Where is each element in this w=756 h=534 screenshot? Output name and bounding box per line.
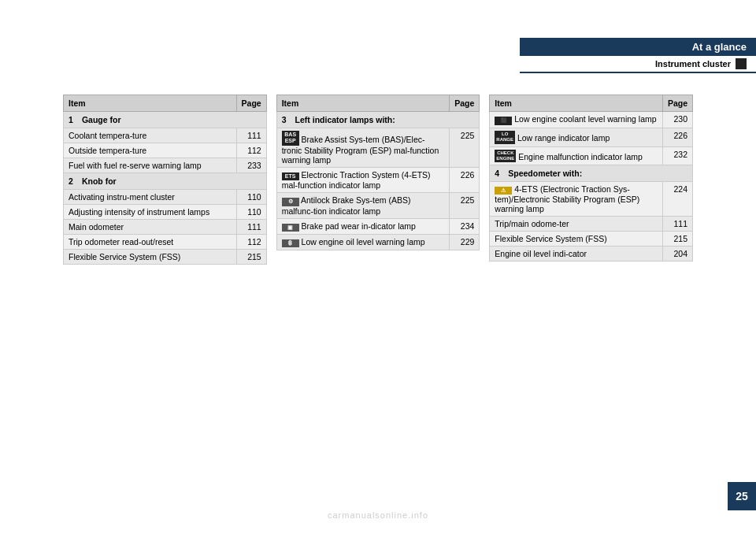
col-item-2: Item [276,95,450,112]
oil-level-icon: 🛢 [282,239,299,247]
table-section-3: Item Page ⬛ Low engine coolant level war… [489,95,693,265]
table-2: Item Page 3 Left indicator lamps with: B… [276,95,480,250]
item-low-range: LORANGE Low range indicator lamp [490,128,663,146]
table-row: Flexible Service System (FSS) 215 [64,250,267,265]
col-item-1: Item [64,95,237,112]
table-1: Item Page 1 Gauge for Coolant tempera-tu… [63,95,267,265]
item-4ets: ⚠ 4-ETS (Electronic Traction Sys-tem)/El… [490,181,663,216]
page-engine-oil: 204 [662,247,692,261]
bas-esp-icon: BASESP [282,131,299,146]
section-header-speedometer: 4 Speedometer with: [490,165,693,181]
page-number: 25 [728,482,756,510]
coolant-icon: ⬛ [495,117,512,125]
item-fuel: Fuel with fuel re-serve warning lamp [64,158,237,173]
item-engine-oil: Engine oil level indi-cator [490,247,663,261]
item-fss-2: Flexible Service System (FSS) [490,232,663,247]
page-fuel: 233 [236,158,266,173]
section-title-knob: 2 Knob for [64,173,267,190]
page-outside-temp: 112 [236,143,266,158]
header: At a glance Instrument cluster [520,38,756,73]
table-row: Fuel with fuel re-serve warning lamp 233 [64,158,267,173]
watermark: carmanualsonline.info [328,510,428,520]
table-row: Activating instru-ment cluster 110 [64,190,267,205]
check-engine-icon: CHECKENGINE [495,150,516,162]
page-activating: 110 [236,190,266,205]
page-coolant-temp: 111 [236,128,266,143]
item-oil-level: 🛢 Low engine oil level warning lamp [276,234,450,250]
item-trip-odometer: Trip odometer read-out/reset [64,235,237,250]
abs-icon: ⚙ [282,198,299,206]
item-trip-main: Trip/main odome-ter [490,217,663,232]
item-activating: Activating instru-ment cluster [64,190,237,205]
item-abs: ⚙ Antilock Brake Sys-tem (ABS) malfunc-t… [276,193,450,218]
table-row: Outside tempera-ture 112 [64,143,267,158]
table-row: BASESP Brake Assist Sys-tem (BAS)/Elec-t… [276,128,480,168]
page-4ets: 224 [662,181,692,216]
page-bas-esp: 225 [450,128,480,168]
item-fss-1: Flexible Service System (FSS) [64,250,237,265]
item-check-engine: CHECKENGINE Engine malfunction indicator… [490,146,663,165]
section-title-left-lamps: 3 Left indicator lamps with: [276,112,480,128]
section-header-gauge: 1 Gauge for [64,112,267,128]
page-fss-1: 215 [236,250,266,265]
page-coolant-level: 230 [662,112,692,128]
item-adjusting: Adjusting intensity of instrument lamps [64,205,237,220]
item-bas-esp: BASESP Brake Assist Sys-tem (BAS)/Elec-t… [276,128,450,168]
page-ets: 226 [450,167,480,192]
item-coolant-temp: Coolant tempera-ture [64,128,237,143]
table-row: ▣ Brake pad wear in-dicator lamp 234 [276,218,480,234]
table-row: LORANGE Low range indicator lamp 226 [490,128,693,146]
page-trip-odometer: 112 [236,235,266,250]
table-row: 🛢 Low engine oil level warning lamp 229 [276,234,480,250]
table-row: Flexible Service System (FSS) 215 [490,232,693,247]
table-row: Trip odometer read-out/reset 112 [64,235,267,250]
table-section-2: Item Page 3 Left indicator lamps with: B… [276,95,480,265]
table-row: Coolant tempera-ture 111 [64,128,267,143]
col-page-2: Page [450,95,480,112]
low-range-icon: LORANGE [495,131,515,143]
table-row: Adjusting intensity of instrument lamps … [64,205,267,220]
item-ets: ETS Electronic Traction System (4-ETS) m… [276,167,450,192]
page-brake-pad: 234 [450,218,480,234]
table-row: Main odometer 111 [64,220,267,235]
table-3: Item Page ⬛ Low engine coolant level war… [489,95,693,261]
brake-pad-icon: ▣ [282,224,299,232]
subtitle-icon [736,58,747,69]
page-main-odometer: 111 [236,220,266,235]
table-row: CHECKENGINE Engine malfunction indicator… [490,146,693,165]
table-row: ETS Electronic Traction System (4-ETS) m… [276,167,480,192]
table-row: Trip/main odome-ter 111 [490,217,693,232]
item-outside-temp: Outside tempera-ture [64,143,237,158]
section-title-speedometer: 4 Speedometer with: [490,165,693,181]
page-abs: 225 [450,193,480,218]
table-row: ⬛ Low engine coolant level warning lamp … [490,112,693,128]
subtitle-text: Instrument cluster [655,59,731,69]
page-adjusting: 110 [236,205,266,220]
col-item-3: Item [490,95,663,112]
4ets-icon: ⚠ [495,187,512,195]
page-trip-main: 111 [662,217,692,232]
section-header-knob: 2 Knob for [64,173,267,190]
page-low-range: 226 [662,128,692,146]
section-title: At a glance [520,38,756,56]
item-main-odometer: Main odometer [64,220,237,235]
section-title-gauge: 1 Gauge for [64,112,267,128]
table-row: Engine oil level indi-cator 204 [490,247,693,261]
section-header-left-lamps: 3 Left indicator lamps with: [276,112,480,128]
page-oil-level: 229 [450,234,480,250]
tables-container: Item Page 1 Gauge for Coolant tempera-tu… [63,95,693,265]
page-check-engine: 232 [662,146,692,165]
table-section-1: Item Page 1 Gauge for Coolant tempera-tu… [63,95,267,265]
table-row: ⚠ 4-ETS (Electronic Traction Sys-tem)/El… [490,181,693,216]
item-brake-pad: ▣ Brake pad wear in-dicator lamp [276,218,450,234]
table-row: ⚙ Antilock Brake Sys-tem (ABS) malfunc-t… [276,193,480,218]
page-fss-2: 215 [662,232,692,247]
section-subtitle: Instrument cluster [520,56,756,73]
item-coolant-level: ⬛ Low engine coolant level warning lamp [490,112,663,128]
col-page-3: Page [662,95,692,112]
ets-icon: ETS [282,172,299,180]
col-page-1: Page [236,95,266,112]
